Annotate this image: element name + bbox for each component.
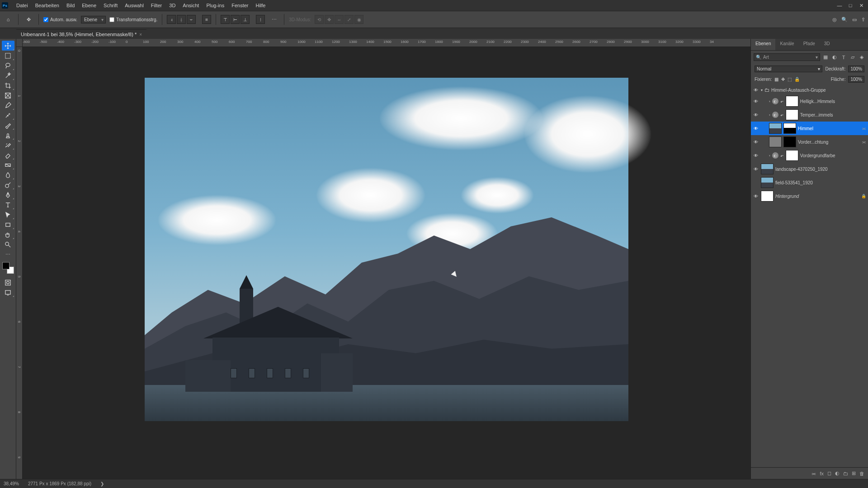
mask-thumb[interactable] <box>783 123 796 134</box>
layer-name[interactable]: field-533541_1920 <box>775 180 866 185</box>
gradient-tool[interactable] <box>2 160 14 170</box>
delete-layer-icon[interactable]: 🗑 <box>859 471 864 476</box>
eraser-tool[interactable] <box>2 150 14 160</box>
ruler-vertical[interactable]: 0123456789 <box>16 47 23 479</box>
menu-ansicht[interactable]: Ansicht <box>179 1 203 10</box>
menu-filter[interactable]: Filter <box>147 1 165 10</box>
layer-thumb[interactable] <box>761 191 774 202</box>
layer-name[interactable]: Vorder...chtung <box>798 140 860 145</box>
menu-datei[interactable]: Datei <box>13 1 32 10</box>
layer-name[interactable]: Himmel-Austausch-Gruppe <box>771 88 866 93</box>
hand-tool[interactable] <box>2 230 14 239</box>
visibility-toggle[interactable]: 👁 <box>753 112 759 118</box>
blur-tool[interactable] <box>2 170 14 180</box>
layer-filter-type[interactable]: 🔍 Art ▾ <box>754 53 820 61</box>
tab-pfade[interactable]: Pfade <box>799 39 820 50</box>
layer-row[interactable]: 👁›◐⬐Vordergrundfarbe <box>751 149 868 162</box>
align-more-button[interactable]: ⋯ <box>269 14 279 25</box>
layer-row[interactable]: 👁›◐⬐Helligk...Himmels <box>751 94 868 108</box>
maximize-button[interactable]: □ <box>845 1 855 9</box>
align-left-button[interactable]: ⫞ <box>167 15 176 24</box>
dodge-tool[interactable] <box>2 180 14 190</box>
mask-thumb[interactable] <box>786 109 798 120</box>
align-center-v-button[interactable]: ⊢ <box>231 15 240 24</box>
layer-row[interactable]: 👁›◐⬐Temper...immels <box>751 108 868 122</box>
layer-row[interactable]: 👁landscape-4370250_1920 <box>751 162 868 176</box>
layer-row[interactable]: 👁▾🗀Himmel-Austausch-Gruppe <box>751 85 868 94</box>
zoom-level[interactable]: 38,49% <box>4 481 19 486</box>
blend-mode-select[interactable]: Normal▾ <box>755 66 822 72</box>
rectangle-tool[interactable] <box>2 220 14 230</box>
layer-row[interactable]: 👁Himmel⫘ <box>751 122 868 135</box>
lock-position-icon[interactable]: ✥ <box>781 77 785 82</box>
quick-mask-button[interactable] <box>2 277 14 287</box>
visibility-toggle[interactable]: 👁 <box>753 166 759 172</box>
mask-thumb[interactable] <box>786 150 798 161</box>
menu-schrift[interactable]: Schrift <box>100 1 121 10</box>
menu-plugins[interactable]: Plug-ins <box>203 1 228 10</box>
tab-ebenen[interactable]: Ebenen <box>751 39 775 50</box>
layer-thumb[interactable] <box>769 123 782 134</box>
menu-ebene[interactable]: Ebene <box>78 1 100 10</box>
visibility-toggle[interactable] <box>753 179 759 186</box>
layer-row[interactable]: 👁Vorder...chtung⫘ <box>751 135 868 149</box>
layer-thumb[interactable] <box>769 136 782 147</box>
search-icon[interactable]: 🔍 <box>841 17 848 23</box>
layer-name[interactable]: Helligk...Himmels <box>800 99 866 104</box>
eyedropper-tool[interactable] <box>2 100 14 110</box>
ruler-horizontal[interactable]: -600-500-400-300-200-1000100200300400500… <box>23 39 750 47</box>
new-group-icon[interactable]: 🗀 <box>843 471 848 476</box>
visibility-toggle[interactable]: 👁 <box>753 125 759 131</box>
edit-toolbar-button[interactable]: ⋯ <box>2 249 14 259</box>
foreground-color[interactable] <box>2 262 9 269</box>
visibility-toggle[interactable]: 👁 <box>753 87 759 93</box>
visibility-toggle[interactable]: 👁 <box>753 139 759 145</box>
workspace-switcher-icon[interactable]: ▭ <box>852 17 857 23</box>
minimize-button[interactable]: — <box>835 1 844 9</box>
layer-name[interactable]: Vordergrundfarbe <box>800 153 866 158</box>
mask-thumb[interactable] <box>786 96 798 107</box>
auto-select-checkbox[interactable]: Autom. ausw. <box>43 17 77 22</box>
opacity-input[interactable]: 100% <box>848 66 864 72</box>
home-button[interactable]: ⌂ <box>3 14 14 25</box>
filter-smart-icon[interactable]: ◈ <box>858 54 865 61</box>
frame-tool[interactable] <box>2 90 14 100</box>
distribute-v-button[interactable]: ⫶ <box>256 15 265 24</box>
layer-row[interactable]: field-533541_1920 <box>751 176 868 189</box>
align-bottom-button[interactable]: ⊥ <box>241 15 250 24</box>
align-right-button[interactable]: ⫟ <box>187 15 196 24</box>
layer-fx-icon[interactable]: fx <box>820 471 824 476</box>
filter-pixel-icon[interactable]: ▦ <box>822 54 829 61</box>
layer-row[interactable]: 👁Hintergrund🔒 <box>751 189 868 203</box>
align-top-button[interactable]: ⊤ <box>221 15 230 24</box>
color-swatches[interactable] <box>2 262 14 274</box>
pen-tool[interactable] <box>2 190 14 200</box>
visibility-toggle[interactable]: 👁 <box>753 98 759 104</box>
menu-bearbeiten[interactable]: Bearbeiten <box>32 1 63 10</box>
distribute-h-button[interactable]: ≡ <box>202 15 211 24</box>
auto-select-target[interactable]: Ebene <box>81 16 106 23</box>
layer-thumb[interactable] <box>761 164 774 174</box>
menu-bild[interactable]: Bild <box>63 1 78 10</box>
move-tool[interactable] <box>2 41 14 51</box>
marquee-tool[interactable] <box>2 51 14 61</box>
brush-tool[interactable] <box>2 120 14 130</box>
layer-name[interactable]: Himmel <box>798 126 860 131</box>
align-center-h-button[interactable]: ⟊ <box>177 15 186 24</box>
type-tool[interactable] <box>2 200 14 210</box>
document-dimensions[interactable]: 2771 Px x 1869 Px (182,88 ppi) <box>28 481 91 486</box>
layer-thumb[interactable] <box>761 177 774 188</box>
link-layers-icon[interactable]: ⫘ <box>811 471 816 476</box>
visibility-toggle[interactable]: 👁 <box>753 152 759 159</box>
path-selection-tool[interactable] <box>2 210 14 220</box>
zoom-tool[interactable] <box>2 239 14 249</box>
screen-mode-button[interactable] <box>2 287 14 297</box>
menu-3d[interactable]: 3D <box>165 1 179 10</box>
cloud-search-icon[interactable]: ◎ <box>832 17 837 23</box>
menu-fenster[interactable]: Fenster <box>228 1 252 10</box>
lock-all-icon[interactable]: 🔒 <box>794 77 800 82</box>
mask-thumb[interactable] <box>783 136 796 147</box>
lasso-tool[interactable] <box>2 61 14 70</box>
crop-tool[interactable] <box>2 80 14 90</box>
lock-pixels-icon[interactable]: ▦ <box>774 77 778 82</box>
